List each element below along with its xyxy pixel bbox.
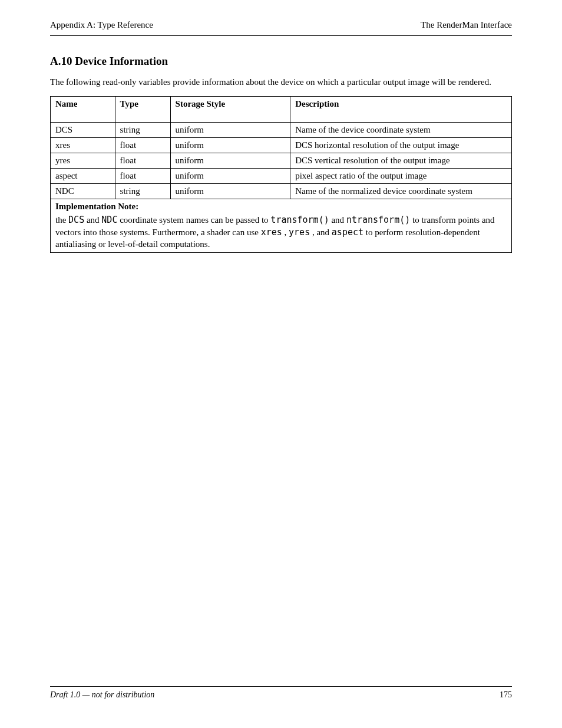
section-title: A.10 Device Information xyxy=(50,55,512,68)
page-footer: Draft 1.0 — not for distribution 175 xyxy=(50,690,512,703)
cell-type: string xyxy=(115,184,170,199)
header-left: Appendix A: Type Reference xyxy=(50,20,153,30)
cell-desc: DCS vertical resolution of the output im… xyxy=(290,153,512,169)
impl-text: , and xyxy=(312,228,332,237)
th-name: Name xyxy=(51,97,115,123)
impl-code: xres xyxy=(261,227,282,238)
impl-code: yres xyxy=(289,227,310,238)
cell-style: uniform xyxy=(170,123,290,138)
header-right: The RenderMan Interface xyxy=(421,20,512,30)
cell-type: float xyxy=(115,138,170,153)
cell-style: uniform xyxy=(170,138,290,153)
cell-desc: Name of the device coordinate system xyxy=(290,123,512,138)
footer-right: 175 xyxy=(500,690,512,700)
impl-code: DCS xyxy=(68,215,84,225)
section-intro: The following read-only variables provid… xyxy=(50,76,512,88)
table-row: NDC string uniform Name of the normalize… xyxy=(51,184,512,199)
cell-desc: Name of the normalized device coordinate… xyxy=(290,184,512,199)
cell-desc: pixel aspect ratio of the output image xyxy=(290,169,512,184)
impl-text: coordinate system names can be passed to xyxy=(120,215,270,225)
page-header: Appendix A: Type Reference The RenderMan… xyxy=(50,20,512,33)
cell-type: string xyxy=(115,123,170,138)
cell-name: DCS xyxy=(51,123,115,138)
cell-style: uniform xyxy=(170,169,290,184)
impl-text: , xyxy=(285,228,289,237)
cell-type: float xyxy=(115,153,170,169)
cell-style: uniform xyxy=(170,184,290,199)
cell-name: aspect xyxy=(51,169,115,184)
cell-style: uniform xyxy=(170,153,290,169)
table-row: yres float uniform DCS vertical resoluti… xyxy=(51,153,512,169)
implnote-title: Implementation Note: xyxy=(55,202,507,212)
cell-name: NDC xyxy=(51,184,115,199)
implnote-body: the DCS and NDC coordinate system names … xyxy=(55,214,507,250)
cell-name: yres xyxy=(51,153,115,169)
impl-text: and xyxy=(87,215,101,225)
th-style: Storage Style xyxy=(170,97,290,123)
table-header-row: Name Type Storage Style Description xyxy=(51,97,512,123)
cell-name: xres xyxy=(51,138,115,153)
footer-rule xyxy=(50,686,512,687)
impl-code: NDC xyxy=(101,215,117,225)
cell-desc: DCS horizontal resolution of the output … xyxy=(290,138,512,153)
impl-text: the xyxy=(55,215,68,225)
table-row: xres float uniform DCS horizontal resolu… xyxy=(51,138,512,153)
table-row: aspect float uniform pixel aspect ratio … xyxy=(51,169,512,184)
implementation-note: Implementation Note: the DCS and NDC coo… xyxy=(51,199,512,253)
page-content: A.10 Device Information The following re… xyxy=(50,50,512,253)
impl-text: and xyxy=(331,215,346,225)
impl-code: ntransform() xyxy=(346,215,410,225)
header-rule xyxy=(50,35,512,36)
device-table: Name Type Storage Style Description DCS … xyxy=(50,96,512,253)
th-description: Description xyxy=(290,97,512,123)
impl-code: transform() xyxy=(270,215,329,225)
table-row: DCS string uniform Name of the device co… xyxy=(51,123,512,138)
footer-left: Draft 1.0 — not for distribution xyxy=(50,690,154,700)
table-note-row: Implementation Note: the DCS and NDC coo… xyxy=(51,199,512,253)
cell-type: float xyxy=(115,169,170,184)
impl-code: aspect xyxy=(332,227,363,238)
th-type: Type xyxy=(115,97,170,123)
